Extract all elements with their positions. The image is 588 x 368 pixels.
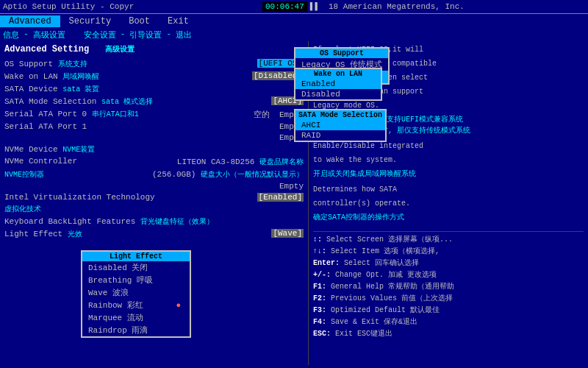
light-raindrop-option[interactable]: Raindrop 雨滴 xyxy=(82,324,190,336)
help-enable-disable-cn: 开启或关闭集成局域网唤醒系统 xyxy=(313,169,584,180)
subtitle-boot[interactable]: 引导设置 xyxy=(129,29,162,40)
key-select-screen: ↕: Select Screen 选择屏幕（纵项... xyxy=(313,234,584,246)
help-sata-cn: 确定SATA控制器的操作方式 xyxy=(313,212,584,223)
sata-raid-option[interactable]: RAID xyxy=(295,130,385,141)
virt-tech-cn: 虚拟化技术 xyxy=(4,204,41,214)
wake-lan-popup-title: Wake on LAN xyxy=(295,69,381,79)
subtitle-bar: 信息 - 高级设置 安全设置 - 引导设置 - 退出 xyxy=(0,29,588,41)
sata-device-row: SATA Device sata 装置 xyxy=(4,84,304,94)
section-title-cn: 高级设置 xyxy=(105,46,135,54)
key-enter: Enter: Select 回车确认选择 xyxy=(313,258,584,269)
top-bar: Aptio Setup Utility - Copyr 00:06:47 ▌▌ … xyxy=(0,0,588,14)
sata-empty-row: Empty xyxy=(4,133,304,142)
nvme-size-value: (256.0GB) 硬盘大小（一般情况默认显示） xyxy=(152,169,304,180)
nvme-ctrl-label: NVMe Controller xyxy=(4,157,77,166)
top-icons: ▌▌ xyxy=(310,2,320,11)
wake-lan-label: Wake on LAN 局域网唤醒 xyxy=(4,71,99,82)
key-select-item: ↑↓: Select Item 选项（横项选择, xyxy=(313,246,584,258)
subtitle-exit[interactable]: 退出 xyxy=(176,29,192,40)
key-esc: ESC: Exit ESC键退出 xyxy=(313,328,584,340)
backlight-row: Keyboard BackLight Features 背光键盘特征（效果） xyxy=(4,216,304,227)
menu-advanced[interactable]: Advanced xyxy=(0,15,60,27)
nvme-empty-row: Empty xyxy=(4,182,304,191)
help-sata-1: Determines how SATA xyxy=(313,184,584,195)
nvme-ctrl-row: NVMe Controller LITEON CA3-8D256 硬盘品牌名称 xyxy=(4,157,304,167)
os-support-popup-title: OS Support xyxy=(295,49,388,58)
help-enable-disable-1: Enable/Disable integrated xyxy=(313,141,584,152)
menu-security[interactable]: Security xyxy=(60,15,121,27)
key-hints: ↕: Select Screen 选择屏幕（纵项... ↑↓: Select I… xyxy=(313,234,584,340)
company-name: 18 American Megatrends, Inc. xyxy=(326,2,588,11)
key-f1: F1: General Help 常规帮助（通用帮助 xyxy=(313,281,584,293)
virt-tech-row: Intel Virtualization Technology [Enabled… xyxy=(4,193,304,202)
sata-port0-row: Serial ATA Port 0 串行ATA口和1 空的 Empty xyxy=(4,109,304,120)
os-support-row: OS Support 系统支持 [UEFI OS] xyxy=(4,59,304,69)
key-f2: F2: Previous Values 前值（上次选择 xyxy=(313,293,584,305)
light-rainbow-option[interactable]: Rainbow 彩红 ● xyxy=(82,299,190,311)
key-f4: F4: Save & Exit 保存&退出 xyxy=(313,316,584,328)
key-change: +/-: Change Opt. 加减 更改选项 xyxy=(313,269,584,281)
light-disabled-option[interactable]: Disabled 关闭 xyxy=(82,261,190,274)
sata-mode-row: SATA Mode Selection sata 模式选择 [AHCI] xyxy=(4,96,304,107)
nvme-ctrl-value: LITEON CA3-8D256 硬盘品牌名称 xyxy=(177,157,304,167)
subtitle-advanced[interactable]: 高级设置 xyxy=(33,29,65,40)
light-effect-value[interactable]: [Wave] xyxy=(271,229,304,238)
light-effect-label: Light Effect 光效 xyxy=(4,229,82,239)
wake-enabled-option[interactable]: Enabled xyxy=(295,79,381,89)
menu-boot[interactable]: Boot xyxy=(120,15,159,27)
nvme-size-row: NVME控制器 (256.0GB) 硬盘大小（一般情况默认显示） xyxy=(4,169,304,180)
virt-tech-value[interactable]: [Enabled] xyxy=(257,193,304,202)
help-sata-2: controller(s) operate. xyxy=(313,198,584,209)
os-support-label: OS Support 系统支持 xyxy=(4,59,87,69)
key-f3: F3: Optimized Default 默认最佳 xyxy=(313,305,584,316)
sata-mode-popup: SATA Mode Selection AHCI RAID xyxy=(294,109,387,142)
clock-display: 00:06:47 xyxy=(262,1,307,12)
light-effect-row: Light Effect 光效 [Wave] xyxy=(4,229,304,239)
menu-exit[interactable]: Exit xyxy=(159,15,198,27)
backlight-label: Keyboard BackLight Features 背光键盘特征（效果） xyxy=(4,216,214,227)
sata-port1-label: Serial ATA Port 1 xyxy=(4,122,87,131)
wake-lan-popup: Wake on LAN Enabled Disabled xyxy=(294,68,382,101)
light-effect-popup-title: Light Effect xyxy=(82,252,190,261)
nvme-device-label: NVMe Device NVME装置 xyxy=(4,144,95,155)
app-title: Aptio Setup Utility - Copyr xyxy=(0,2,262,11)
nvme-size-label: NVME控制器 xyxy=(4,169,44,180)
help-enable-disable-2: to wake the system. xyxy=(313,155,584,166)
sata-ahci-option[interactable]: AHCI xyxy=(295,120,385,130)
sata-mode-popup-title: SATA Mode Selection xyxy=(295,110,385,120)
light-marquee-option[interactable]: Marquee 流动 xyxy=(82,311,190,324)
sata-port0-label: Serial ATA Port 0 串行ATA口和1 xyxy=(4,109,139,119)
subtitle-security[interactable]: 安全设置 xyxy=(84,29,116,40)
menu-bar: Advanced Security Boot Exit xyxy=(0,14,588,29)
sata-port1-row: Serial ATA Port 1 Empty xyxy=(4,122,304,131)
wake-lan-row: Wake on LAN 局域网唤醒 [Disabled] xyxy=(4,71,304,82)
nvme-device-row: NVMe Device NVME装置 xyxy=(4,144,304,155)
virt-tech-label: Intel Virtualization Technology xyxy=(4,193,155,202)
wake-disabled-option[interactable]: Disabled xyxy=(295,89,381,99)
virt-tech-cn-row: 虚拟化技术 xyxy=(4,204,304,214)
nvme-empty-value: Empty xyxy=(279,182,304,191)
section-title-en: Advanced Setting xyxy=(4,44,89,54)
sata-mode-label: SATA Mode Selection sata 模式选择 xyxy=(4,96,153,107)
light-wave-option[interactable]: Wave 波浪 xyxy=(82,286,190,299)
help-divider xyxy=(313,231,584,232)
subtitle-info[interactable]: 信息 xyxy=(3,29,19,40)
light-breathing-option[interactable]: Breathing 呼吸 xyxy=(82,274,190,286)
light-effect-popup: Light Effect Disabled 关闭 Breathing 呼吸 Wa… xyxy=(81,250,191,338)
light-rainbow-radio: ● xyxy=(176,301,181,310)
section-title: Advanced Setting 高级设置 xyxy=(4,44,304,54)
sata-device-label: SATA Device sata 装置 xyxy=(4,84,99,94)
